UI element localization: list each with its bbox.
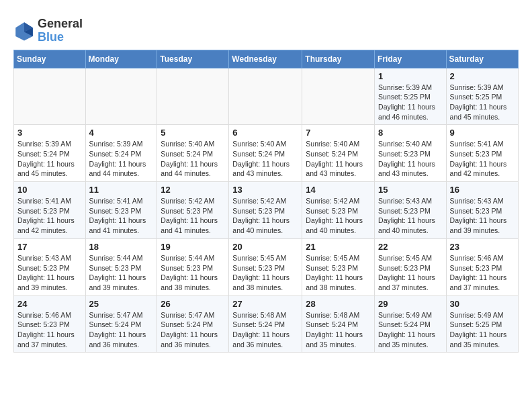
- day-number: 11: [89, 185, 154, 195]
- calendar-cell: 24Sunrise: 5:46 AM Sunset: 5:23 PM Dayli…: [14, 295, 86, 353]
- day-info: Sunrise: 5:49 AM Sunset: 5:25 PM Dayligh…: [450, 310, 515, 350]
- calendar-cell: 9Sunrise: 5:41 AM Sunset: 5:23 PM Daylig…: [446, 125, 518, 182]
- day-number: 27: [232, 299, 298, 309]
- calendar-cell: 3Sunrise: 5:39 AM Sunset: 5:24 PM Daylig…: [14, 125, 86, 182]
- calendar-cell: 4Sunrise: 5:39 AM Sunset: 5:24 PM Daylig…: [85, 125, 157, 182]
- calendar-cell: 30Sunrise: 5:49 AM Sunset: 5:25 PM Dayli…: [446, 295, 518, 353]
- day-number: 25: [89, 299, 154, 309]
- day-number: 8: [378, 128, 443, 138]
- day-info: Sunrise: 5:39 AM Sunset: 5:25 PM Dayligh…: [450, 83, 515, 122]
- day-info: Sunrise: 5:39 AM Sunset: 5:25 PM Dayligh…: [378, 83, 443, 122]
- calendar-cell: 29Sunrise: 5:49 AM Sunset: 5:24 PM Dayli…: [375, 295, 447, 353]
- calendar-cell: 25Sunrise: 5:47 AM Sunset: 5:24 PM Dayli…: [85, 295, 157, 353]
- day-number: 20: [232, 242, 298, 252]
- day-info: Sunrise: 5:45 AM Sunset: 5:23 PM Dayligh…: [232, 253, 298, 293]
- calendar-cell: 28Sunrise: 5:48 AM Sunset: 5:24 PM Dayli…: [302, 295, 375, 353]
- calendar-cell: 21Sunrise: 5:45 AM Sunset: 5:23 PM Dayli…: [302, 238, 375, 295]
- logo-icon: [13, 20, 35, 42]
- calendar-header-row: SundayMondayTuesdayWednesdayThursdayFrid…: [14, 50, 519, 68]
- weekday-header: Saturday: [446, 50, 518, 68]
- day-info: Sunrise: 5:46 AM Sunset: 5:23 PM Dayligh…: [17, 310, 82, 350]
- day-number: 2: [450, 71, 515, 81]
- day-info: Sunrise: 5:47 AM Sunset: 5:24 PM Dayligh…: [161, 310, 225, 350]
- day-info: Sunrise: 5:43 AM Sunset: 5:23 PM Dayligh…: [17, 253, 82, 293]
- day-number: 4: [89, 128, 154, 138]
- day-info: Sunrise: 5:45 AM Sunset: 5:23 PM Dayligh…: [378, 253, 443, 293]
- weekday-header: Friday: [375, 50, 447, 68]
- calendar-cell: 11Sunrise: 5:41 AM Sunset: 5:23 PM Dayli…: [85, 182, 157, 239]
- day-number: 28: [306, 299, 371, 309]
- day-number: 26: [161, 299, 225, 309]
- calendar-cell: [157, 68, 229, 125]
- calendar-cell: 26Sunrise: 5:47 AM Sunset: 5:24 PM Dayli…: [157, 295, 229, 353]
- calendar-cell: 14Sunrise: 5:42 AM Sunset: 5:23 PM Dayli…: [302, 182, 375, 239]
- logo-text: General Blue: [38, 17, 83, 44]
- day-info: Sunrise: 5:48 AM Sunset: 5:24 PM Dayligh…: [306, 310, 371, 350]
- day-number: 18: [89, 242, 154, 252]
- day-number: 14: [306, 185, 371, 195]
- day-number: 16: [450, 185, 515, 195]
- day-info: Sunrise: 5:41 AM Sunset: 5:23 PM Dayligh…: [89, 196, 154, 236]
- day-number: 23: [450, 242, 515, 252]
- calendar: SundayMondayTuesdayWednesdayThursdayFrid…: [13, 50, 519, 353]
- calendar-week-row: 1Sunrise: 5:39 AM Sunset: 5:25 PM Daylig…: [14, 68, 519, 125]
- calendar-cell: 20Sunrise: 5:45 AM Sunset: 5:23 PM Dayli…: [229, 238, 302, 295]
- calendar-week-row: 10Sunrise: 5:41 AM Sunset: 5:23 PM Dayli…: [14, 182, 519, 239]
- weekday-header: Sunday: [14, 50, 86, 68]
- weekday-header: Wednesday: [229, 50, 302, 68]
- day-info: Sunrise: 5:44 AM Sunset: 5:23 PM Dayligh…: [89, 253, 154, 293]
- weekday-header: Monday: [85, 50, 157, 68]
- day-info: Sunrise: 5:41 AM Sunset: 5:23 PM Dayligh…: [450, 139, 515, 179]
- day-info: Sunrise: 5:39 AM Sunset: 5:24 PM Dayligh…: [17, 139, 82, 179]
- calendar-cell: 18Sunrise: 5:44 AM Sunset: 5:23 PM Dayli…: [85, 238, 157, 295]
- weekday-header: Tuesday: [157, 50, 229, 68]
- day-info: Sunrise: 5:42 AM Sunset: 5:23 PM Dayligh…: [232, 196, 298, 236]
- calendar-cell: 13Sunrise: 5:42 AM Sunset: 5:23 PM Dayli…: [229, 182, 302, 239]
- day-number: 19: [161, 242, 225, 252]
- day-number: 29: [378, 299, 443, 309]
- calendar-cell: 19Sunrise: 5:44 AM Sunset: 5:23 PM Dayli…: [157, 238, 229, 295]
- calendar-cell: 15Sunrise: 5:43 AM Sunset: 5:23 PM Dayli…: [375, 182, 447, 239]
- calendar-cell: 12Sunrise: 5:42 AM Sunset: 5:23 PM Dayli…: [157, 182, 229, 239]
- calendar-cell: [85, 68, 157, 125]
- calendar-cell: [14, 68, 86, 125]
- weekday-header: Thursday: [302, 50, 375, 68]
- day-number: 13: [232, 185, 298, 195]
- calendar-week-row: 17Sunrise: 5:43 AM Sunset: 5:23 PM Dayli…: [14, 238, 519, 295]
- day-info: Sunrise: 5:40 AM Sunset: 5:24 PM Dayligh…: [306, 139, 371, 179]
- calendar-week-row: 24Sunrise: 5:46 AM Sunset: 5:23 PM Dayli…: [14, 295, 519, 353]
- day-info: Sunrise: 5:40 AM Sunset: 5:24 PM Dayligh…: [232, 139, 298, 179]
- calendar-cell: 6Sunrise: 5:40 AM Sunset: 5:24 PM Daylig…: [229, 125, 302, 182]
- day-info: Sunrise: 5:49 AM Sunset: 5:24 PM Dayligh…: [378, 310, 443, 350]
- calendar-cell: 8Sunrise: 5:40 AM Sunset: 5:23 PM Daylig…: [375, 125, 447, 182]
- calendar-week-row: 3Sunrise: 5:39 AM Sunset: 5:24 PM Daylig…: [14, 125, 519, 182]
- calendar-cell: 1Sunrise: 5:39 AM Sunset: 5:25 PM Daylig…: [375, 68, 447, 125]
- day-number: 7: [306, 128, 371, 138]
- day-info: Sunrise: 5:44 AM Sunset: 5:23 PM Dayligh…: [161, 253, 225, 293]
- day-number: 9: [450, 128, 515, 138]
- day-info: Sunrise: 5:39 AM Sunset: 5:24 PM Dayligh…: [89, 139, 154, 179]
- day-number: 17: [17, 242, 82, 252]
- calendar-cell: 7Sunrise: 5:40 AM Sunset: 5:24 PM Daylig…: [302, 125, 375, 182]
- day-number: 6: [232, 128, 298, 138]
- day-number: 24: [17, 299, 82, 309]
- day-info: Sunrise: 5:47 AM Sunset: 5:24 PM Dayligh…: [89, 310, 154, 350]
- logo: General Blue: [13, 17, 83, 44]
- calendar-cell: 23Sunrise: 5:46 AM Sunset: 5:23 PM Dayli…: [446, 238, 518, 295]
- calendar-cell: 5Sunrise: 5:40 AM Sunset: 5:24 PM Daylig…: [157, 125, 229, 182]
- day-number: 12: [161, 185, 225, 195]
- day-info: Sunrise: 5:40 AM Sunset: 5:23 PM Dayligh…: [378, 139, 443, 179]
- day-info: Sunrise: 5:42 AM Sunset: 5:23 PM Dayligh…: [161, 196, 225, 236]
- day-number: 3: [17, 128, 82, 138]
- day-number: 15: [378, 185, 443, 195]
- calendar-cell: 2Sunrise: 5:39 AM Sunset: 5:25 PM Daylig…: [446, 68, 518, 125]
- day-info: Sunrise: 5:43 AM Sunset: 5:23 PM Dayligh…: [450, 196, 515, 236]
- day-number: 21: [306, 242, 371, 252]
- page: General Blue SundayMondayTuesdayWednesda…: [0, 0, 532, 359]
- day-info: Sunrise: 5:46 AM Sunset: 5:23 PM Dayligh…: [450, 253, 515, 293]
- calendar-cell: 27Sunrise: 5:48 AM Sunset: 5:24 PM Dayli…: [229, 295, 302, 353]
- calendar-cell: 16Sunrise: 5:43 AM Sunset: 5:23 PM Dayli…: [446, 182, 518, 239]
- day-number: 10: [17, 185, 82, 195]
- calendar-cell: [302, 68, 375, 125]
- day-info: Sunrise: 5:41 AM Sunset: 5:23 PM Dayligh…: [17, 196, 82, 236]
